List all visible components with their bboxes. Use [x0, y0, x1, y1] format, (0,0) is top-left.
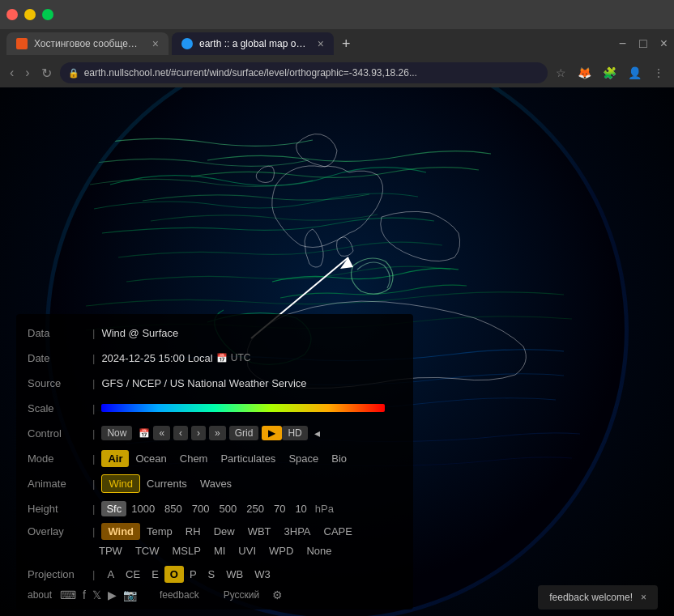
feedback-toast-text: feedback welcome!: [549, 592, 633, 603]
height-700-button[interactable]: 700: [187, 501, 215, 516]
forward-step-button[interactable]: ›: [191, 426, 206, 440]
feedback-toast-close[interactable]: ×: [641, 592, 646, 603]
calendar2-icon[interactable]: 📅: [139, 428, 150, 439]
date-row: Date | 2024-12-25 15:00 Local 📅 UTC: [28, 347, 402, 368]
height-850-button[interactable]: 850: [160, 501, 187, 516]
proj-a-button[interactable]: A: [101, 566, 120, 583]
source-row: Source | GFS / NCEP / US National Weathe…: [28, 372, 402, 393]
animate-currents-button[interactable]: Currents: [140, 475, 194, 492]
minimize-window-btn[interactable]: [24, 9, 36, 20]
grid-button[interactable]: Grid: [229, 426, 259, 440]
overlay-cape-button[interactable]: CAPE: [318, 523, 359, 540]
overlay-mi-button[interactable]: MI: [207, 542, 232, 559]
height-500-button[interactable]: 500: [215, 501, 242, 516]
tab-win-controls[interactable]: − □ ×: [612, 36, 668, 51]
proj-ce-button[interactable]: CE: [120, 566, 146, 583]
forward-button[interactable]: ›: [22, 64, 32, 82]
twitter-icon[interactable]: 𝕏: [92, 588, 101, 601]
new-tab-button[interactable]: +: [337, 36, 356, 53]
instagram-icon[interactable]: 📷: [123, 588, 137, 601]
overlay-tcw-button[interactable]: TCW: [129, 542, 166, 559]
utc-link[interactable]: UTC: [231, 352, 251, 363]
ffwd-button[interactable]: »: [209, 426, 226, 440]
hpa-label: hPa: [315, 503, 334, 515]
about-link[interactable]: about: [28, 589, 52, 601]
mode-air-button[interactable]: Air: [101, 450, 129, 467]
play-button[interactable]: ▶: [262, 426, 282, 440]
youtube-icon[interactable]: ▶: [108, 588, 117, 601]
overlay-wbt-button[interactable]: WBT: [241, 523, 278, 540]
facebook-icon[interactable]: f: [83, 588, 86, 601]
ext-icon[interactable]: 🧩: [599, 65, 620, 81]
window-controls[interactable]: [6, 9, 53, 20]
tab-2[interactable]: earth :: a global map of wind, w ×: [172, 32, 334, 55]
now-button[interactable]: Now: [101, 426, 132, 440]
control-panel: Data | Wind @ Surface Date | 2024-12-25 …: [16, 314, 413, 610]
proj-w3-button[interactable]: W3: [249, 566, 276, 583]
menu-icon[interactable]: ⋮: [650, 65, 668, 81]
proj-wb-button[interactable]: WB: [220, 566, 249, 583]
overlay-row: Overlay | Wind Temp RH Dew WBT 3HPA CAPE…: [28, 523, 402, 559]
mode-chem-button[interactable]: Chem: [173, 450, 215, 467]
proj-e-button[interactable]: E: [146, 566, 164, 583]
bookmark-icon[interactable]: ☆: [552, 65, 569, 81]
maximize-window-btn[interactable]: [42, 9, 53, 20]
keyboard-icon[interactable]: ⌨: [60, 588, 76, 601]
overlay-rh-button[interactable]: RH: [179, 523, 207, 540]
overlay-temp-button[interactable]: Temp: [140, 523, 179, 540]
proj-s-button[interactable]: S: [203, 566, 221, 583]
back-button[interactable]: ‹: [6, 64, 17, 82]
close-btn[interactable]: ×: [660, 36, 668, 51]
overlay-wpd-button[interactable]: WPD: [262, 542, 300, 559]
feedback-toast: feedback welcome! ×: [538, 585, 658, 610]
rewind-button[interactable]: «: [153, 426, 170, 440]
avatar-icon[interactable]: 👤: [625, 65, 645, 81]
maximize-btn[interactable]: □: [639, 36, 647, 51]
overlay-dew-button[interactable]: Dew: [207, 523, 241, 540]
scale-label: Scale: [28, 402, 92, 414]
overlay-3hpa-button[interactable]: 3HPA: [278, 523, 318, 540]
height-sfc-button[interactable]: Sfc: [101, 501, 126, 516]
overlay-mslp-button[interactable]: MSLP: [166, 542, 207, 559]
minimize-btn[interactable]: −: [619, 36, 626, 51]
control-label: Control: [28, 427, 92, 440]
russian-link[interactable]: Русский: [224, 589, 260, 601]
date-label: Date: [28, 352, 92, 364]
mode-bio-button[interactable]: Bio: [325, 450, 353, 467]
overlay-tpw-button[interactable]: TPW: [92, 542, 129, 559]
tab-2-close[interactable]: ×: [318, 37, 324, 50]
data-label: Data: [28, 327, 92, 339]
settings-icon[interactable]: ⚙: [272, 588, 283, 601]
feedback-link[interactable]: feedback: [160, 589, 199, 601]
reload-button[interactable]: ↻: [38, 64, 55, 83]
map-area[interactable]: Data | Wind @ Surface Date | 2024-12-25 …: [0, 87, 674, 616]
mode-particulates-button[interactable]: Particulates: [214, 450, 282, 467]
tab-1-close[interactable]: ×: [152, 37, 159, 50]
locate-icon[interactable]: ◂: [314, 427, 320, 440]
proj-p-button[interactable]: P: [184, 566, 203, 583]
proj-o-button[interactable]: O: [164, 566, 184, 583]
tab-1-title: Хостинговое сообщество «Tim: [34, 38, 143, 49]
source-label: Source: [28, 377, 92, 389]
control-row: Control | Now 📅 « ‹ › » Grid ▶ HD ◂: [28, 423, 402, 444]
height-1000-button[interactable]: 1000: [126, 501, 160, 516]
height-10-button[interactable]: 10: [290, 501, 311, 516]
close-window-btn[interactable]: [6, 9, 18, 20]
profile-icon[interactable]: 🦊: [574, 65, 595, 81]
mode-ocean-button[interactable]: Ocean: [129, 450, 173, 467]
url-bar[interactable]: 🔒 earth.nullschool.net/#current/wind/sur…: [60, 62, 548, 83]
tab-1[interactable]: Хостинговое сообщество «Tim ×: [6, 32, 168, 55]
animate-waves-button[interactable]: Waves: [194, 475, 238, 492]
mode-space-button[interactable]: Space: [282, 450, 325, 467]
tab-2-favicon: [181, 38, 193, 49]
overlay-wind-button[interactable]: Wind: [101, 523, 140, 540]
back-step-button[interactable]: ‹: [173, 426, 188, 440]
calendar-icon[interactable]: 📅: [216, 353, 228, 363]
height-70-button[interactable]: 70: [269, 501, 290, 516]
panel-footer: about ⌨ f 𝕏 ▶ 📷 feedback Русский ⚙: [28, 588, 402, 601]
overlay-none-button[interactable]: None: [300, 542, 338, 559]
overlay-uvi-button[interactable]: UVI: [232, 542, 262, 559]
height-250-button[interactable]: 250: [241, 501, 269, 516]
animate-wind-button[interactable]: Wind: [101, 474, 140, 493]
hd-button[interactable]: HD: [282, 426, 307, 440]
